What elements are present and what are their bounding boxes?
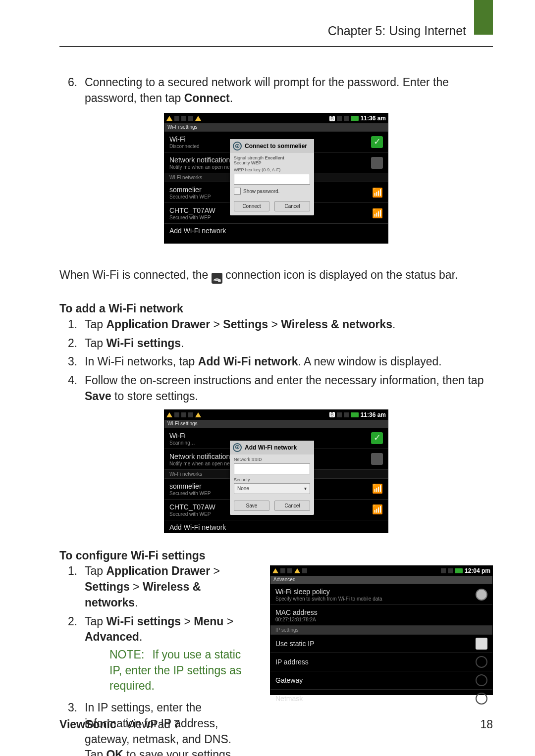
battery-low-icon [188,116,193,121]
screen-title: Wi-Fi settings [164,420,388,428]
wifi-connected-icon [212,272,222,283]
step-bold: Connect [184,92,230,104]
warning-icon [272,568,278,573]
page-footer: ViewSonic ViewPad 7 18 [59,718,493,731]
bluetooth-icon: B [329,116,335,121]
step-6: 6. Connecting to a secured network will … [59,75,493,106]
status-bar: 12:04 pm [270,566,492,576]
cancel-button[interactable]: Cancel [274,201,310,211]
connect-button[interactable]: Connect [234,201,269,211]
bluetooth-icon: B [329,412,335,417]
chapter-title: Chapter 5: Using Internet [59,24,493,38]
wifi-lock-icon: 📶 [372,208,383,219]
show-password-label: Show password. [243,189,279,194]
wifi-lock-icon: 📶 [372,187,383,198]
sync-icon [337,116,342,121]
security-dropdown[interactable]: None ▾ [234,483,310,494]
password-input[interactable] [234,174,310,185]
svg-rect-0 [212,273,222,284]
sync-icon [337,412,342,417]
signal-icon [344,116,349,121]
dialog-title: Add Wi-Fi network [245,444,297,451]
clock: 11:36 am [361,115,386,122]
warning-icon-2 [195,412,201,417]
screenshot-connect-dialog: B 11:36 am Wi-Fi settings Wi-FiDisconnec… [164,113,388,244]
ip-address-row[interactable]: IP address [270,653,492,671]
gateway-row[interactable]: Gateway [270,671,492,689]
page-number: 18 [480,718,493,731]
warning-icon-2 [195,116,201,121]
config-step-1: 1. Tap Application Drawer > Settings > W… [68,563,246,610]
mail-icon [280,568,285,573]
add-wifi-heading: To add a Wi-Fi network [59,301,493,317]
checkbox-off-icon[interactable] [371,453,383,465]
wifi-lock-icon: 📶 [372,483,383,494]
config-step-2: 2. Tap Wi-Fi settings > Menu > Advanced.… [68,614,246,695]
step-number: 6. [68,75,85,106]
show-password-checkbox[interactable] [234,188,241,195]
speech-icon [174,116,179,121]
chevron-down-icon: ▾ [304,486,307,491]
checkbox-on-icon[interactable] [371,136,383,148]
configure-heading: To configure Wi-Fi settings [59,548,493,564]
battery-low-icon [188,412,193,417]
add-wifi-row[interactable]: Add Wi-Fi network [164,223,388,238]
add-step-1: 1. Tap Application Drawer > Settings > W… [68,317,493,333]
target-icon: ⦿ [233,443,242,452]
checkbox-on-icon[interactable] [371,432,383,444]
clock: 12:04 pm [465,567,490,574]
clock: 11:36 am [361,411,386,418]
more-icon [476,589,487,601]
speech-icon [174,412,179,417]
dialog-title-bar: ⦿ Connect to sommelier [230,139,314,153]
dialog-title-bar: ⦿ Add Wi-Fi network [230,441,314,454]
ssid-input[interactable] [234,463,310,474]
screen-title: Wi-Fi settings [164,123,388,131]
add-step-2: 2. Tap Wi-Fi settings. [68,336,493,352]
wifi-lock-icon: 📶 [372,504,383,515]
add-wifi-row[interactable]: Add Wi-Fi network [164,520,388,534]
dialog-title: Connect to sommelier [245,143,307,150]
save-button[interactable]: Save [234,501,269,511]
battery-icon [351,412,359,417]
add-step-4: 4. Follow the on-screen instructions and… [68,373,493,404]
radio-dim-icon [476,674,487,686]
cancel-button[interactable]: Cancel [274,501,310,511]
checkbox-off-icon[interactable] [371,157,383,169]
signal-icon [448,568,453,573]
radio-dim-icon [476,656,487,668]
battery-icon [455,568,463,573]
netmask-row[interactable]: Netmask [270,689,492,707]
note-label: NOTE: [109,647,149,663]
target-icon: ⦿ [233,142,242,151]
ip-settings-label: IP settings [270,625,492,634]
mail-icon [181,116,186,121]
status-bar: B 11:36 am [164,113,388,123]
status-bar: B 11:36 am [164,410,388,420]
battery-low-icon [302,568,307,573]
mail-icon [181,412,186,417]
step-text: Connecting to a secured network will pro… [85,76,449,104]
footer-brand: ViewSonic [59,718,116,731]
screenshot-add-network-dialog: B 11:36 am Wi-Fi settings Wi-FiScanning…… [164,409,388,533]
signal-icon [344,412,349,417]
speech-icon [287,568,292,573]
warning-icon-2 [294,568,300,573]
use-static-ip-row[interactable]: Use static IP [270,634,492,653]
warning-icon [166,412,172,417]
warning-icon [166,116,172,121]
screenshot-advanced: 12:04 pm Advanced Wi-Fi sleep policySpec… [270,565,493,695]
chapter-side-tab [474,0,493,35]
sleep-policy-row[interactable]: Wi-Fi sleep policySpecify when to switch… [270,584,492,605]
connected-sentence: When Wi-Fi is connected, the connection … [59,267,493,283]
battery-icon [351,116,359,121]
add-step-3: 3. In Wi-Fi networks, tap Add Wi-Fi netw… [68,354,493,370]
divider [59,46,493,47]
add-network-dialog: ⦿ Add Wi-Fi network Network SSID Securit… [230,441,314,515]
footer-product: ViewPad 7 [126,718,180,731]
checkbox-off-icon[interactable] [476,638,487,650]
sdcard-icon [441,568,446,573]
screen-title: Advanced [270,576,492,584]
radio-dim-icon [476,693,487,705]
mac-address-row: MAC address00:27:13:81:78:2A [270,605,492,625]
